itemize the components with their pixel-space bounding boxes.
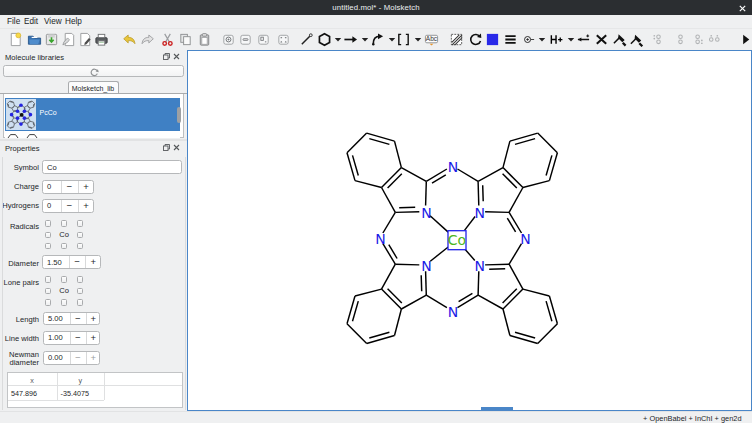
library-item-pcco[interactable]: PcCo	[5, 98, 180, 132]
dropdown-arrow-button[interactable]	[413, 31, 421, 48]
hatch-tool-button[interactable]	[448, 31, 466, 48]
dropdown-arrow-button[interactable]	[566, 31, 574, 48]
properties-close-button[interactable]	[173, 144, 180, 151]
newman-diameter-spinbox[interactable]: 0.00 − +	[43, 351, 100, 365]
lone-pairs-checkbox[interactable]	[77, 299, 84, 306]
length-spinbox[interactable]: 5.00 − +	[43, 312, 100, 326]
line-width-decrement-button[interactable]: −	[70, 332, 86, 344]
nitrogen-atom-label[interactable]: N	[520, 231, 530, 247]
charge-tool-button[interactable]	[520, 31, 538, 48]
nitrogen-atom-label[interactable]: N	[448, 303, 458, 319]
radicals-checkbox[interactable]	[77, 220, 84, 227]
save-button[interactable]	[43, 31, 61, 48]
line-width-increment-button[interactable]: +	[86, 332, 102, 344]
hydrogens-decrement-button[interactable]: −	[61, 200, 78, 212]
hydrogens-spinbox[interactable]: 0 − +	[42, 199, 94, 213]
paste-button[interactable]	[196, 31, 214, 48]
lone-pairs-checkbox[interactable]	[61, 276, 68, 283]
nitrogen-atom-label[interactable]: N	[448, 158, 458, 174]
dropdown-arrow-button[interactable]	[387, 31, 395, 48]
mechanics2-tool-button[interactable]	[628, 31, 646, 48]
menu-view[interactable]: View	[44, 17, 62, 26]
coord-cell[interactable]: -35.4075	[61, 389, 89, 398]
nitrogen-atom-label[interactable]: N	[375, 231, 385, 247]
mechanics-tool-button[interactable]	[611, 31, 629, 48]
library-item-partial[interactable]	[5, 131, 180, 138]
radicals-checkbox[interactable]	[77, 232, 84, 239]
radicals-checkbox[interactable]	[45, 243, 52, 250]
toolbar-overflow-button[interactable]	[737, 31, 752, 48]
nitrogen-atom-label[interactable]: N	[475, 258, 485, 274]
title-bar[interactable]: untitled.mol* - Molsketch	[0, 0, 752, 15]
dropdown-arrow-button[interactable]	[537, 31, 545, 48]
menu-help[interactable]: Help	[65, 17, 82, 26]
nitrogen-atom-label[interactable]: N	[475, 204, 485, 220]
library-scrollbar[interactable]	[177, 107, 181, 123]
plus-minus-tool-button[interactable]	[575, 31, 593, 48]
line-width-button[interactable]	[502, 31, 520, 48]
cut-button[interactable]	[159, 31, 177, 48]
zoom-in-button[interactable]	[220, 31, 238, 48]
ring-tool-button[interactable]	[316, 31, 334, 48]
close-window-button[interactable]	[739, 5, 746, 12]
line-width-spinbox[interactable]: 1.00 − +	[43, 331, 100, 345]
diameter-increment-button[interactable]: +	[85, 256, 101, 268]
symbol-input[interactable]: Co	[42, 160, 182, 175]
dropdown-arrow-button[interactable]	[333, 31, 341, 48]
open-folder-button[interactable]	[26, 31, 44, 48]
lone-pairs-checkbox[interactable]	[61, 299, 68, 306]
undo-button[interactable]	[121, 31, 139, 48]
draw-tool-button[interactable]	[298, 31, 316, 48]
mechanism-arrow-button[interactable]	[369, 31, 387, 48]
radicals-checkbox[interactable]	[45, 220, 52, 227]
properties-float-button[interactable]	[163, 144, 170, 151]
hydrogen-tool-button[interactable]	[548, 31, 566, 48]
coord-cell[interactable]: 547.896	[11, 389, 37, 398]
zoom-fit-button[interactable]	[275, 31, 293, 48]
radicals-checkbox[interactable]	[61, 220, 68, 227]
delete-tool-button[interactable]	[593, 31, 611, 48]
lone-pairs-checkbox[interactable]	[45, 276, 52, 283]
refresh-libraries-button[interactable]	[3, 65, 184, 77]
lone-pairs-checkbox[interactable]	[45, 299, 52, 306]
diameter-decrement-button[interactable]: −	[69, 256, 85, 268]
coordinates-table[interactable]: xy547.896-35.4075	[7, 372, 183, 408]
charge-spinbox[interactable]: 0 − +	[42, 180, 94, 194]
menu-file[interactable]: File	[7, 17, 20, 26]
lone-pairs-checkbox[interactable]	[77, 276, 84, 283]
diameter-spinbox[interactable]: 1.50 − +	[42, 255, 101, 269]
redo-button[interactable]	[139, 31, 157, 48]
lone-pairs-checkbox[interactable]	[45, 288, 52, 295]
new-document-button[interactable]	[7, 31, 25, 48]
print-button[interactable]	[93, 31, 111, 48]
rotate-tool-button[interactable]	[467, 31, 485, 48]
libraries-close-button[interactable]	[173, 53, 180, 60]
text-tool-button[interactable]: Abc	[423, 31, 441, 48]
menu-edit[interactable]: Edit	[24, 17, 38, 26]
zoom-out-button[interactable]	[237, 31, 255, 48]
dropdown-arrow-button[interactable]	[360, 31, 368, 48]
bracket-tool-button[interactable]	[395, 31, 413, 48]
libraries-float-button[interactable]	[163, 53, 170, 60]
color-swatch-button[interactable]	[484, 31, 502, 48]
lone-pairs-checkbox[interactable]	[77, 288, 84, 295]
charge-increment-button[interactable]: +	[78, 181, 95, 193]
hydrogens-increment-button[interactable]: +	[78, 200, 95, 212]
library-tab[interactable]: Molsketch_lib	[68, 81, 119, 94]
nitrogen-atom-label[interactable]: N	[421, 258, 431, 274]
radicals-checkbox[interactable]	[77, 243, 84, 250]
dock-splitter[interactable]	[0, 139, 187, 141]
zoom-original-button[interactable]	[255, 31, 273, 48]
newman-diameter-increment-button[interactable]: +	[86, 352, 102, 364]
reaction-arrow-button[interactable]	[342, 31, 360, 48]
drawing-canvas[interactable]: NNNNNNNNCo	[187, 50, 752, 411]
charge-decrement-button[interactable]: −	[61, 181, 78, 193]
nitrogen-atom-label[interactable]: N	[421, 204, 431, 220]
newman-diameter-decrement-button[interactable]: −	[70, 352, 86, 364]
length-increment-button[interactable]: +	[86, 313, 102, 325]
length-decrement-button[interactable]: −	[70, 313, 86, 325]
copy-button[interactable]	[177, 31, 195, 48]
radicals-checkbox[interactable]	[45, 232, 52, 239]
save-as-button[interactable]	[60, 31, 78, 48]
cobalt-atom-label[interactable]: Co	[448, 232, 466, 248]
